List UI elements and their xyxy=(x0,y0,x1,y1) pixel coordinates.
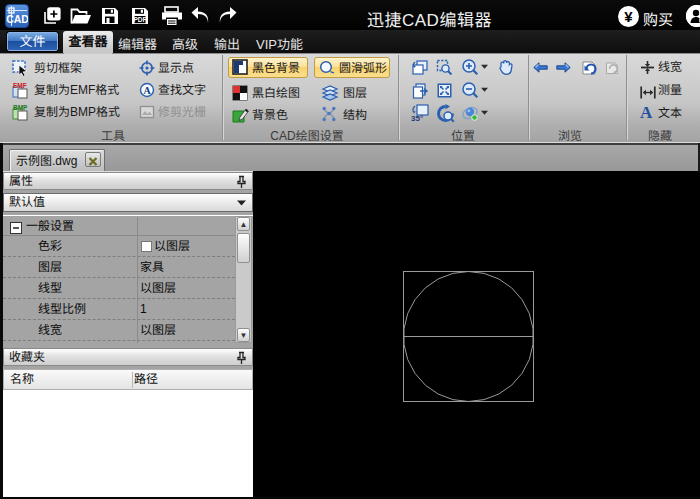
svg-text:CAD: CAD xyxy=(6,13,28,25)
svg-text:EMF: EMF xyxy=(13,82,27,89)
svg-text:PDF: PDF xyxy=(134,16,147,23)
svg-text:35°: 35° xyxy=(411,114,423,123)
svg-text:BMP: BMP xyxy=(13,104,28,111)
svg-text:A: A xyxy=(143,85,151,96)
